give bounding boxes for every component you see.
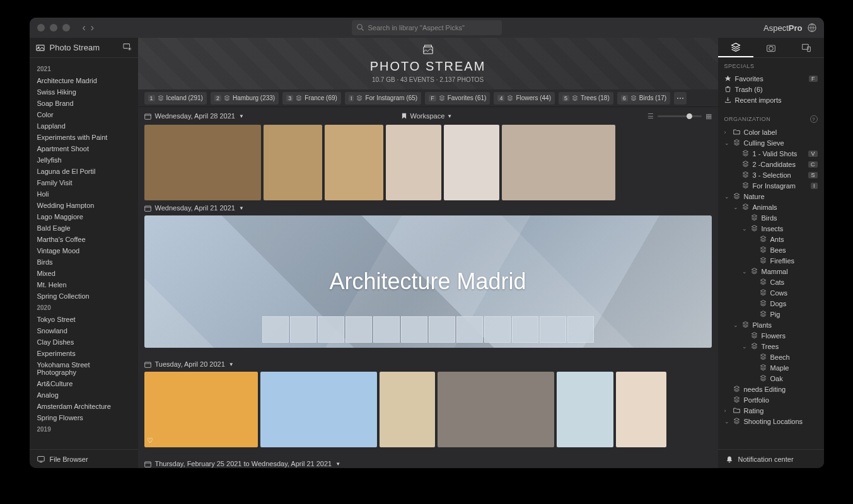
tree-node[interactable]: ⌄Animals [724,202,818,212]
tab-layers[interactable] [718,38,753,57]
event-item[interactable]: Lappland [30,120,138,132]
event-item[interactable]: Family Visit [30,177,138,188]
filter-chip[interactable]: 3France (69) [282,92,341,105]
special-item[interactable]: Recent imports [724,94,818,105]
tree-node[interactable]: Ants [724,234,818,244]
event-item[interactable]: Experiments [30,348,138,359]
tree-node[interactable]: ⌄Plants [724,319,818,330]
zoom-slider[interactable] [658,115,702,117]
event-item[interactable]: Spring Flowers [30,412,138,423]
special-item[interactable]: FavoritesF [724,73,818,84]
thumbnail[interactable] [616,372,666,447]
mini-thumbnail[interactable] [540,316,566,343]
search-input[interactable]: Search in library "Aspect Picks" [352,20,502,35]
thumbnail[interactable] [557,372,613,447]
mini-thumbnail[interactable] [484,316,511,343]
event-item[interactable]: Vintage Mood [30,245,138,256]
thumbnail[interactable] [502,125,615,200]
mini-thumbnail[interactable] [401,316,427,343]
tree-node[interactable]: ⌄Insects [724,223,818,234]
tree-node[interactable]: 3 - SelectionS [724,169,818,180]
event-item[interactable]: Analog [30,389,138,401]
thumbnail[interactable] [380,372,435,447]
mini-thumbnail[interactable] [512,316,538,343]
tree-node[interactable]: ⌄Shooting Locations [724,416,818,427]
tree-node[interactable]: ›Rating [724,405,818,416]
thumbnail[interactable] [325,125,383,200]
event-item[interactable]: Art&Culture [30,378,138,389]
filter-chip[interactable]: 4Flowers (44) [494,92,555,105]
tree-node[interactable]: ⌄Mammal [724,266,818,277]
tree-node[interactable]: ⌄Nature [724,191,818,202]
mini-thumbnail[interactable] [567,316,594,343]
filter-chip[interactable]: 6Birds (17) [617,92,670,105]
event-item[interactable]: Birds [30,256,138,268]
event-item[interactable]: Color [30,109,138,120]
event-item[interactable]: Mixed [30,268,138,279]
featured-event[interactable]: Architecture Madrid [144,215,712,348]
thumbnail[interactable] [260,372,377,447]
filter-chip[interactable]: 5Trees (18) [559,92,613,105]
grid-view-icon[interactable]: ▦ [705,112,712,120]
event-date-label[interactable]: Wednesday, April 21 2021▼ [144,200,712,215]
sidebar-footer[interactable]: File Browser [30,449,138,468]
special-item[interactable]: Trash (6) [724,84,818,94]
mini-thumbnail[interactable] [262,316,289,343]
event-item[interactable]: Wedding Hampton [30,200,138,211]
thumbnail[interactable] [438,372,554,447]
tab-devices[interactable] [789,38,824,57]
tree-node[interactable]: Beech [724,352,818,362]
filter-chip[interactable]: 2Hamburg (233) [211,92,279,105]
event-item[interactable]: Experiments with Paint [30,132,138,143]
content-area[interactable]: Wednesday, April 21 2021▼Architecture Ma… [138,125,718,468]
tree-node[interactable]: 1 - Valid ShotsV [724,148,818,159]
tree-node[interactable]: Bees [724,244,818,255]
tab-camera[interactable] [753,38,789,57]
tree-node[interactable]: For InstagramI [724,180,818,191]
tree-node[interactable]: Flowers [724,330,818,341]
tree-node[interactable]: Fireflies [724,255,818,266]
workspace-selector[interactable]: Workspace ▼ [401,112,452,120]
tree-node[interactable]: 2 -CandidatesC [724,159,818,169]
event-item[interactable]: Apartment Shoot [30,143,138,154]
heart-icon[interactable]: ♡ [147,437,153,445]
event-item[interactable]: Holi [30,188,138,200]
globe-icon[interactable] [808,23,816,32]
event-item[interactable]: Spring Collection [30,290,138,302]
event-item[interactable]: Amsterdam Architecture [30,401,138,412]
event-item[interactable]: Yokohama Street Photography [30,359,138,378]
tree-node[interactable]: Cats [724,277,818,287]
event-item[interactable]: Bald Eagle [30,222,138,234]
traffic-lights[interactable] [37,24,70,32]
event-item[interactable]: Lago Maggiore [30,211,138,222]
tree-node[interactable]: Oak [724,373,818,384]
tree-node[interactable]: Maple [724,362,818,373]
tree-node[interactable]: Birds [724,212,818,223]
event-item[interactable]: Laguna de El Portil [30,166,138,177]
back-button[interactable]: ‹ [83,22,86,33]
event-item[interactable]: Martha's Coffee [30,234,138,245]
thumbnail[interactable] [386,125,441,200]
filter-chip[interactable]: IFor Instagram (65) [345,92,421,105]
filter-chip[interactable]: FFavorites (61) [425,92,490,105]
thumbnail[interactable] [144,125,261,200]
thumbnail[interactable] [264,125,322,200]
event-item[interactable]: Clay Dishes [30,336,138,348]
mini-thumbnail[interactable] [318,316,344,343]
mini-thumbnail[interactable] [429,316,455,343]
event-item[interactable]: Soap Brand [30,98,138,109]
tree-node[interactable]: ›Color label [724,127,818,137]
event-item[interactable]: Jellyfish [30,154,138,166]
toolbar-date[interactable]: Wednesday, April 28 2021 ▼ [144,112,244,120]
tree-node[interactable]: needs Editing [724,384,818,394]
add-stream-icon[interactable] [123,42,132,53]
event-date-label[interactable]: Tuesday, April 20 2021▼ [144,357,712,372]
mini-thumbnail[interactable] [456,316,483,343]
thumbnail[interactable] [444,125,499,200]
event-date-label[interactable]: Thursday, February 25 2021 to Wednesday,… [144,456,712,468]
event-list[interactable]: 2021Architecture MadridSwiss HikingSoap … [30,58,138,449]
mini-thumbnail[interactable] [373,316,400,343]
event-item[interactable]: Architecture Madrid [30,75,138,86]
thumbnail[interactable]: ♡ [144,372,258,447]
tree-node[interactable]: Cows [724,287,818,298]
